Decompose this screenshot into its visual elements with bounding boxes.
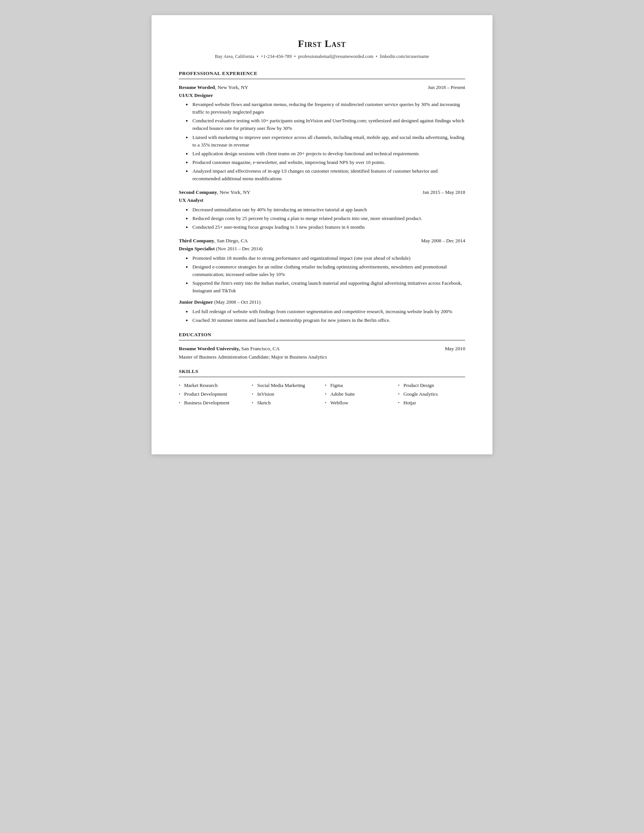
- skills-col-1: Market Research Product Development Busi…: [179, 382, 246, 408]
- skills-col-3: Figma Adobe Suite Webflow: [325, 382, 392, 408]
- sub-job-title-period: (May 2008 – Oct 2011): [214, 299, 261, 305]
- experience-section-title: Professional Experience: [179, 70, 465, 79]
- skill-item: Webflow: [325, 399, 392, 407]
- job-title-2: UX Analyst: [179, 196, 465, 204]
- bullet-item: Revamped website flows and navigation me…: [186, 101, 465, 116]
- edu-block-1: Resume Worded University, San Francisco,…: [179, 345, 465, 361]
- job-dates-1: Jun 2018 – Present: [428, 84, 465, 91]
- email: professionalemail@resumeworded.com: [298, 54, 374, 59]
- education-section: Education Resume Worded University, San …: [179, 331, 465, 361]
- skill-item: Sketch: [252, 399, 319, 407]
- bullet-item: Coached 30 summer interns and launched a…: [186, 317, 465, 324]
- job-dates-3: May 2008 – Dec 2014: [421, 237, 465, 244]
- edu-date-1: May 2010: [445, 345, 465, 352]
- contact-info: Bay Area, California • +1-234-456-789 • …: [179, 53, 465, 60]
- skill-item: Figma: [325, 382, 392, 389]
- company-location-2: New York, NY: [220, 189, 250, 195]
- bullet-item: Analyzed impact and effectiveness of in-…: [186, 167, 465, 182]
- bullet-item: Designed e-commerce strategies for an on…: [186, 263, 465, 278]
- job-bullets-2: Decreased uninstallation rate by 40% by …: [179, 206, 465, 231]
- experience-section: Professional Experience Resume Worded, N…: [179, 70, 465, 324]
- job-bullets-1: Revamped website flows and navigation me…: [179, 101, 465, 182]
- company-name-2: Second Company: [179, 189, 217, 195]
- job-dates-2: Jan 2015 – May 2018: [422, 188, 465, 196]
- bullet-item: Promoted within 18 months due to strong …: [186, 254, 465, 262]
- bullet-item: Produced customer magazine, e-newsletter…: [186, 159, 465, 166]
- company-location-1: New York, NY: [217, 84, 248, 90]
- edu-degree-1: Master of Business Administration Candid…: [179, 353, 465, 361]
- bullet-item: Liaised with marketing to improve user e…: [186, 133, 465, 149]
- job-block-1: Resume Worded, New York, NY Jun 2018 – P…: [179, 84, 465, 183]
- job-header-1: Resume Worded, New York, NY Jun 2018 – P…: [179, 84, 465, 92]
- company-location-3: San Diego, CA: [217, 238, 248, 243]
- resume-page: First Last Bay Area, California • +1-234…: [151, 15, 493, 454]
- bullet-item: Led full redesign of website with findin…: [186, 308, 465, 315]
- job-company-3: Third Company, San Diego, CA: [179, 237, 248, 245]
- phone: +1-234-456-789: [261, 54, 292, 59]
- company-name-1: Resume Worded: [179, 84, 215, 90]
- job-block-2: Second Company, New York, NY Jan 2015 – …: [179, 188, 465, 231]
- school-name: Resume Worded University,: [179, 346, 240, 351]
- skill-item: Google Analytics: [398, 391, 465, 398]
- sub-job-title: Junior Designer: [179, 299, 213, 305]
- skill-item: Social Media Marketing: [252, 382, 319, 389]
- skills-section: Skills Market Research Product Developme…: [179, 368, 465, 408]
- skills-section-title: Skills: [179, 368, 465, 377]
- linkedin: linkedin.com/in/username: [380, 54, 429, 59]
- bullet-item: Reduced design costs by 25 percent by cr…: [186, 215, 465, 222]
- skill-item: Adobe Suite: [325, 391, 392, 398]
- job-block-3: Third Company, San Diego, CA May 2008 – …: [179, 237, 465, 324]
- job-title-3-period: (Nov 2011 – Dec 2014): [216, 246, 262, 251]
- education-section-title: Education: [179, 331, 465, 340]
- school-location: San Francisco, CA: [242, 346, 280, 351]
- bullet-item: Conducted evaluative testing with 10+ pa…: [186, 117, 465, 132]
- job-title-1: UI/UX Designer: [179, 92, 465, 99]
- sub-job-title-line: Junior Designer (May 2008 – Oct 2011): [179, 298, 465, 306]
- job-company-2: Second Company, New York, NY: [179, 188, 250, 196]
- company-name-3: Third Company: [179, 238, 214, 243]
- skill-item: Business Development: [179, 399, 246, 407]
- skill-item: Product Design: [398, 382, 465, 389]
- sub-job-bullets-3: Led full redesign of website with findin…: [179, 308, 465, 324]
- job-title-3: Design Specialist: [179, 246, 215, 251]
- edu-school-1: Resume Worded University, San Francisco,…: [179, 345, 280, 353]
- skill-item: Hotjar: [398, 399, 465, 407]
- edu-header-1: Resume Worded University, San Francisco,…: [179, 345, 465, 353]
- job-header-3: Third Company, San Diego, CA May 2008 – …: [179, 237, 465, 245]
- skill-item: Market Research: [179, 382, 246, 389]
- skills-col-2: Social Media Marketing InVision Sketch: [252, 382, 319, 408]
- job-header-2: Second Company, New York, NY Jan 2015 – …: [179, 188, 465, 196]
- bullet-item: Decreased uninstallation rate by 40% by …: [186, 206, 465, 214]
- resume-header: First Last Bay Area, California • +1-234…: [179, 36, 465, 61]
- job-company-1: Resume Worded, New York, NY: [179, 84, 248, 92]
- skill-item: Product Development: [179, 391, 246, 398]
- skills-col-4: Product Design Google Analytics Hotjar: [398, 382, 465, 408]
- bullet-item: Conducted 25+ user-testing focus groups …: [186, 224, 465, 231]
- skill-item: InVision: [252, 391, 319, 398]
- job-bullets-3: Promoted within 18 months due to strong …: [179, 254, 465, 295]
- skills-grid: Market Research Product Development Busi…: [179, 382, 465, 408]
- job-title-3-line: Design Specialist (Nov 2011 – Dec 2014): [179, 245, 465, 252]
- candidate-name: First Last: [179, 36, 465, 51]
- bullet-item: Led application design sessions with cli…: [186, 150, 465, 158]
- location: Bay Area, California: [215, 54, 254, 59]
- bullet-item: Supported the firm's entry into the Indi…: [186, 280, 465, 294]
